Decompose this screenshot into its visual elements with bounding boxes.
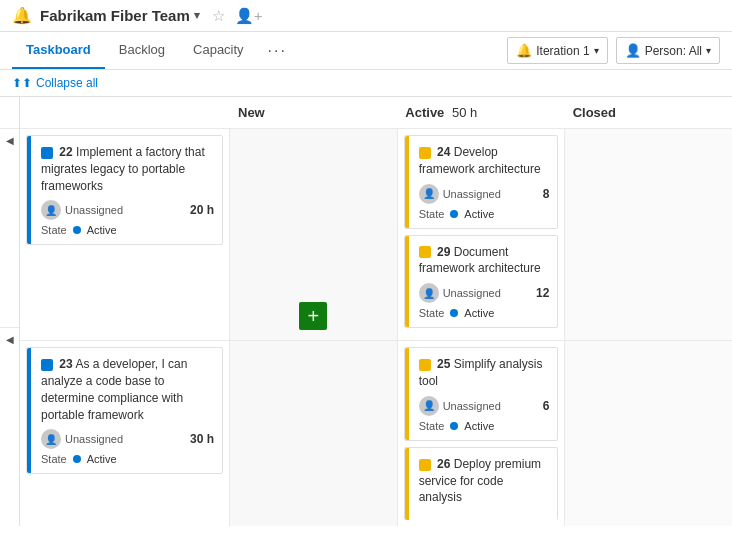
card-25-bar [405,348,409,440]
card-29-id: 29 [437,245,450,259]
tab-capacity[interactable]: Capacity [179,32,258,69]
card-24-id: 24 [437,145,450,159]
card-26-id: 26 [437,457,450,471]
card-24-bar [405,136,409,228]
row-labels: ◀ ◀ [0,97,20,526]
card-22-bar [27,136,31,244]
card-26-body: 26 Deploy premium service for code analy… [413,456,550,506]
card-26[interactable]: 26 Deploy premium service for code analy… [404,447,559,520]
card-22-meta: 👤 Unassigned 20 h [41,200,214,220]
card-29-avatar: 👤 [419,283,439,303]
col-header-active: Active 50 h [397,105,564,120]
tab-backlog[interactable]: Backlog [105,32,179,69]
card-25[interactable]: 25 Simplify analysis tool 👤 Unassigned 6 [404,347,559,441]
more-options[interactable]: ··· [258,34,297,68]
card-23-body: 23 As a developer, I can analyze a code … [35,356,214,465]
closed-col-label: Closed [573,105,616,120]
person-label: Person: All [645,44,702,58]
card-29[interactable]: 29 Document framework architecture 👤 Una… [404,235,559,329]
swimlane-row-2: 23 As a developer, I can analyze a code … [20,341,732,526]
card-23[interactable]: 23 As a developer, I can analyze a code … [26,347,223,474]
nav-right: 🔔 Iteration 1 ▾ 👤 Person: All ▾ [507,37,720,64]
person-selector[interactable]: 👤 Person: All ▾ [616,37,720,64]
card-24[interactable]: 24 Develop framework architecture 👤 Unas… [404,135,559,229]
iteration-selector[interactable]: 🔔 Iteration 1 ▾ [507,37,607,64]
card-25-assigned: 👤 Unassigned [419,396,501,416]
card-23-state-dot [73,455,81,463]
card-23-bar [27,348,31,473]
collapse-all-label: Collapse all [36,76,98,90]
tab-taskboard[interactable]: Taskboard [12,32,105,69]
card-24-state-label: Active [464,208,494,220]
nav-bar: Taskboard Backlog Capacity ··· 🔔 Iterati… [0,32,732,70]
card-24-assignee: Unassigned [443,188,501,200]
card-25-hours: 6 [543,399,550,413]
card-24-meta: 👤 Unassigned 8 [419,184,550,204]
card-29-state-label: Active [464,307,494,319]
card-29-state-dot [450,309,458,317]
card-25-meta: 👤 Unassigned 6 [419,396,550,416]
row2-new-col [230,341,398,526]
col-header-new: New [230,105,397,120]
team-name-label: Fabrikam Fiber Team [40,7,190,24]
card-22-assignee: Unassigned [65,204,123,216]
card-23-avatar: 👤 [41,429,61,449]
team-chevron-icon[interactable]: ▾ [194,9,200,22]
team-name[interactable]: Fabrikam Fiber Team ▾ [40,7,200,24]
card-25-avatar: 👤 [419,396,439,416]
card-29-body: 29 Document framework architecture 👤 Una… [413,244,550,320]
add-task-button[interactable]: + [299,302,327,330]
top-bar: 🔔 Fabrikam Fiber Team ▾ ☆ 👤+ [0,0,732,32]
iteration-label: Iteration 1 [536,44,589,58]
card-24-avatar: 👤 [419,184,439,204]
card-22-id: 22 [59,145,72,159]
card-22-avatar: 👤 [41,200,61,220]
card-25-assignee: Unassigned [443,400,501,412]
row1-closed-col [565,129,732,340]
row1-active-col: 24 Develop framework architecture 👤 Unas… [398,129,566,340]
star-icon[interactable]: ☆ [212,7,225,25]
row2-collapse-icon[interactable]: ◀ [6,334,14,345]
card-25-title: 25 Simplify analysis tool [419,356,550,390]
card-22-state: State Active [41,224,214,236]
card-22-hours: 20 h [190,203,214,217]
iteration-chevron-icon: ▾ [594,45,599,56]
card-22-body: 22 Implement a factory that migrates leg… [35,144,214,236]
card-23-type-icon [41,359,53,371]
card-22[interactable]: 22 Implement a factory that migrates leg… [26,135,223,245]
card-25-type-icon [419,359,431,371]
card-23-hours: 30 h [190,432,214,446]
card-29-bar [405,236,409,328]
bell-icon: 🔔 [516,43,532,58]
card-29-type-icon [419,246,431,258]
card-24-body: 24 Develop framework architecture 👤 Unas… [413,144,550,220]
board-toolbar: ⬆⬆ Collapse all [0,70,732,97]
card-24-hours: 8 [543,187,550,201]
card-24-type-icon [419,147,431,159]
row1-new-col: + [230,129,398,340]
column-headers: New Active 50 h Closed [20,97,732,129]
card-26-title: 26 Deploy premium service for code analy… [419,456,550,506]
card-22-type-icon [41,147,53,159]
collapse-all-icon: ⬆⬆ [12,76,32,90]
card-23-state: State Active [41,453,214,465]
row2-active-col: 25 Simplify analysis tool 👤 Unassigned 6 [398,341,566,526]
add-people-icon[interactable]: 👤+ [235,7,263,25]
person-icon: 👤 [625,43,641,58]
card-22-assigned: 👤 Unassigned [41,200,123,220]
row1-unassigned-col: 22 Implement a factory that migrates leg… [20,129,230,340]
row1-collapse-icon[interactable]: ◀ [6,135,14,146]
card-23-id: 23 [59,357,72,371]
new-col-label: New [238,105,265,120]
card-25-id: 25 [437,357,450,371]
card-29-assigned: 👤 Unassigned [419,283,501,303]
card-23-title: 23 As a developer, I can analyze a code … [41,356,214,423]
card-26-type-icon [419,459,431,471]
card-24-title: 24 Develop framework architecture [419,144,550,178]
swimlane-row-1: 22 Implement a factory that migrates leg… [20,129,732,341]
card-29-meta: 👤 Unassigned 12 [419,283,550,303]
card-25-state-label: Active [464,420,494,432]
card-23-meta: 👤 Unassigned 30 h [41,429,214,449]
collapse-all-button[interactable]: ⬆⬆ Collapse all [12,76,98,90]
card-29-hours: 12 [536,286,549,300]
